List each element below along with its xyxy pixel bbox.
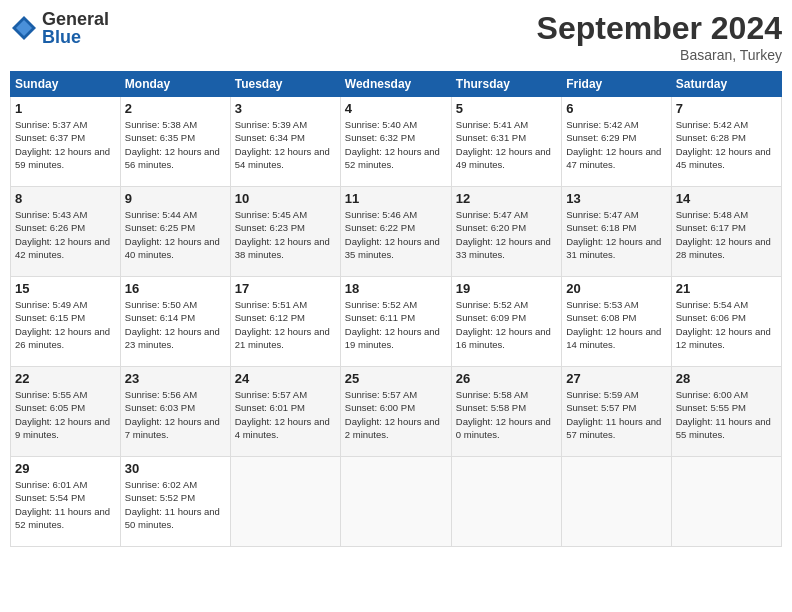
logo-icon [10,14,38,42]
calendar-cell: 14 Sunrise: 5:48 AMSunset: 6:17 PMDaylig… [671,187,781,277]
calendar-cell: 24 Sunrise: 5:57 AMSunset: 6:01 PMDaylig… [230,367,340,457]
calendar-cell: 19 Sunrise: 5:52 AMSunset: 6:09 PMDaylig… [451,277,561,367]
day-number: 2 [125,101,226,116]
calendar-cell: 23 Sunrise: 5:56 AMSunset: 6:03 PMDaylig… [120,367,230,457]
calendar-cell: 25 Sunrise: 5:57 AMSunset: 6:00 PMDaylig… [340,367,451,457]
logo-blue-text: Blue [42,28,109,46]
day-info: Sunrise: 5:43 AMSunset: 6:26 PMDaylight:… [15,209,110,260]
day-info: Sunrise: 5:52 AMSunset: 6:09 PMDaylight:… [456,299,551,350]
day-number: 5 [456,101,557,116]
day-number: 20 [566,281,666,296]
calendar-row: 15 Sunrise: 5:49 AMSunset: 6:15 PMDaylig… [11,277,782,367]
calendar-row: 29 Sunrise: 6:01 AMSunset: 5:54 PMDaylig… [11,457,782,547]
col-saturday: Saturday [671,72,781,97]
calendar-cell: 10 Sunrise: 5:45 AMSunset: 6:23 PMDaylig… [230,187,340,277]
day-info: Sunrise: 5:52 AMSunset: 6:11 PMDaylight:… [345,299,440,350]
day-info: Sunrise: 6:00 AMSunset: 5:55 PMDaylight:… [676,389,771,440]
day-number: 22 [15,371,116,386]
calendar-header-row: Sunday Monday Tuesday Wednesday Thursday… [11,72,782,97]
day-number: 30 [125,461,226,476]
day-number: 29 [15,461,116,476]
day-number: 13 [566,191,666,206]
calendar-cell: 22 Sunrise: 5:55 AMSunset: 6:05 PMDaylig… [11,367,121,457]
calendar-table: Sunday Monday Tuesday Wednesday Thursday… [10,71,782,547]
day-number: 9 [125,191,226,206]
day-info: Sunrise: 5:47 AMSunset: 6:20 PMDaylight:… [456,209,551,260]
calendar-cell: 18 Sunrise: 5:52 AMSunset: 6:11 PMDaylig… [340,277,451,367]
day-number: 8 [15,191,116,206]
day-info: Sunrise: 6:02 AMSunset: 5:52 PMDaylight:… [125,479,220,530]
calendar-row: 8 Sunrise: 5:43 AMSunset: 6:26 PMDayligh… [11,187,782,277]
day-number: 3 [235,101,336,116]
logo-text: General Blue [42,10,109,46]
day-number: 7 [676,101,777,116]
calendar-cell: 29 Sunrise: 6:01 AMSunset: 5:54 PMDaylig… [11,457,121,547]
day-info: Sunrise: 5:38 AMSunset: 6:35 PMDaylight:… [125,119,220,170]
day-number: 1 [15,101,116,116]
day-number: 16 [125,281,226,296]
day-info: Sunrise: 5:55 AMSunset: 6:05 PMDaylight:… [15,389,110,440]
day-number: 17 [235,281,336,296]
day-number: 12 [456,191,557,206]
logo: General Blue [10,10,109,46]
day-number: 11 [345,191,447,206]
day-info: Sunrise: 5:48 AMSunset: 6:17 PMDaylight:… [676,209,771,260]
calendar-cell: 20 Sunrise: 5:53 AMSunset: 6:08 PMDaylig… [562,277,671,367]
calendar-cell: 17 Sunrise: 5:51 AMSunset: 6:12 PMDaylig… [230,277,340,367]
day-info: Sunrise: 5:56 AMSunset: 6:03 PMDaylight:… [125,389,220,440]
day-number: 27 [566,371,666,386]
calendar-cell [451,457,561,547]
month-title: September 2024 [537,10,782,47]
day-info: Sunrise: 5:42 AMSunset: 6:29 PMDaylight:… [566,119,661,170]
day-number: 4 [345,101,447,116]
calendar-row: 1 Sunrise: 5:37 AMSunset: 6:37 PMDayligh… [11,97,782,187]
day-number: 24 [235,371,336,386]
calendar-cell [671,457,781,547]
col-sunday: Sunday [11,72,121,97]
day-number: 23 [125,371,226,386]
day-number: 15 [15,281,116,296]
calendar-cell: 6 Sunrise: 5:42 AMSunset: 6:29 PMDayligh… [562,97,671,187]
day-info: Sunrise: 5:57 AMSunset: 6:00 PMDaylight:… [345,389,440,440]
col-wednesday: Wednesday [340,72,451,97]
day-info: Sunrise: 5:50 AMSunset: 6:14 PMDaylight:… [125,299,220,350]
day-info: Sunrise: 5:59 AMSunset: 5:57 PMDaylight:… [566,389,661,440]
logo-general-text: General [42,10,109,28]
calendar-cell: 2 Sunrise: 5:38 AMSunset: 6:35 PMDayligh… [120,97,230,187]
col-monday: Monday [120,72,230,97]
col-tuesday: Tuesday [230,72,340,97]
day-info: Sunrise: 6:01 AMSunset: 5:54 PMDaylight:… [15,479,110,530]
day-info: Sunrise: 5:54 AMSunset: 6:06 PMDaylight:… [676,299,771,350]
day-info: Sunrise: 5:46 AMSunset: 6:22 PMDaylight:… [345,209,440,260]
calendar-cell: 16 Sunrise: 5:50 AMSunset: 6:14 PMDaylig… [120,277,230,367]
calendar-cell: 12 Sunrise: 5:47 AMSunset: 6:20 PMDaylig… [451,187,561,277]
calendar-cell [340,457,451,547]
calendar-cell: 13 Sunrise: 5:47 AMSunset: 6:18 PMDaylig… [562,187,671,277]
calendar-cell: 26 Sunrise: 5:58 AMSunset: 5:58 PMDaylig… [451,367,561,457]
day-info: Sunrise: 5:37 AMSunset: 6:37 PMDaylight:… [15,119,110,170]
calendar-cell: 11 Sunrise: 5:46 AMSunset: 6:22 PMDaylig… [340,187,451,277]
day-info: Sunrise: 5:47 AMSunset: 6:18 PMDaylight:… [566,209,661,260]
day-number: 26 [456,371,557,386]
day-number: 14 [676,191,777,206]
day-info: Sunrise: 5:49 AMSunset: 6:15 PMDaylight:… [15,299,110,350]
day-number: 28 [676,371,777,386]
day-number: 21 [676,281,777,296]
col-thursday: Thursday [451,72,561,97]
day-info: Sunrise: 5:39 AMSunset: 6:34 PMDaylight:… [235,119,330,170]
calendar-cell [562,457,671,547]
calendar-cell: 30 Sunrise: 6:02 AMSunset: 5:52 PMDaylig… [120,457,230,547]
day-number: 6 [566,101,666,116]
day-info: Sunrise: 5:57 AMSunset: 6:01 PMDaylight:… [235,389,330,440]
col-friday: Friday [562,72,671,97]
day-info: Sunrise: 5:44 AMSunset: 6:25 PMDaylight:… [125,209,220,260]
calendar-cell: 27 Sunrise: 5:59 AMSunset: 5:57 PMDaylig… [562,367,671,457]
day-info: Sunrise: 5:40 AMSunset: 6:32 PMDaylight:… [345,119,440,170]
title-block: September 2024 Basaran, Turkey [537,10,782,63]
calendar-cell: 8 Sunrise: 5:43 AMSunset: 6:26 PMDayligh… [11,187,121,277]
page-header: General Blue September 2024 Basaran, Tur… [10,10,782,63]
calendar-cell: 7 Sunrise: 5:42 AMSunset: 6:28 PMDayligh… [671,97,781,187]
day-info: Sunrise: 5:51 AMSunset: 6:12 PMDaylight:… [235,299,330,350]
day-number: 18 [345,281,447,296]
location: Basaran, Turkey [537,47,782,63]
